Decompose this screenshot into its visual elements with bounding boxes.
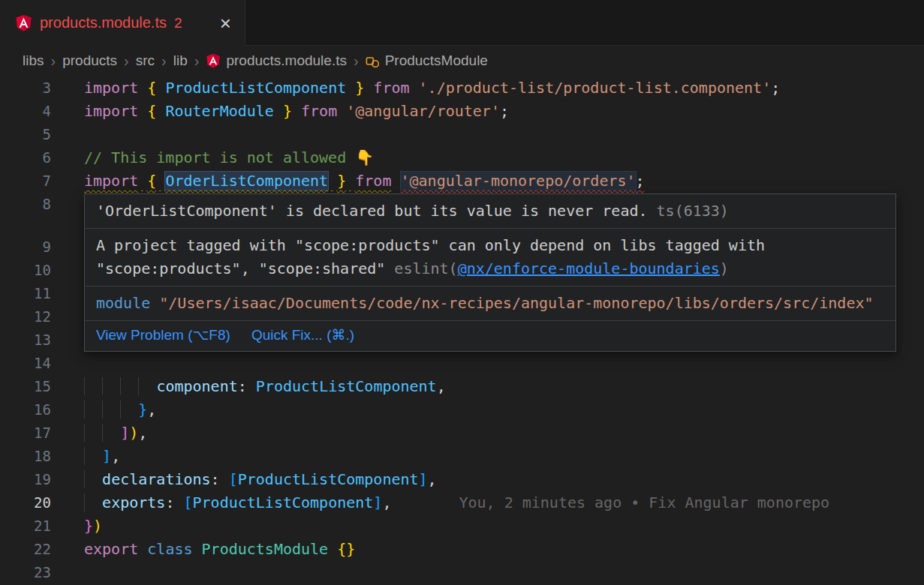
token: from [355,172,391,190]
code-line-20[interactable]: 20 exports: [ProductListComponent],You, … [0,491,924,514]
token: ProductListComponent [238,470,419,488]
popup-eslint-message: A project tagged with "scope:products" c… [85,229,895,286]
code-line-4[interactable]: 4import { RouterModule } from '@angular/… [0,100,924,123]
token: ] [102,447,111,465]
breadcrumb-separator-icon: › [124,52,129,70]
breadcrumb-item-src[interactable]: src [136,52,155,69]
tab-title: products.module.ts [40,14,167,32]
token [102,377,120,395]
token [274,102,283,120]
breadcrumb-item-libs[interactable]: libs [23,52,44,69]
popup-actions: View Problem (⌥F8) Quick Fix... (⌘.) [85,321,895,351]
token: class [147,540,192,558]
line-number: 9 [0,236,51,259]
token [84,470,102,488]
line-number: 5 [0,123,51,146]
token [391,172,400,190]
token: , [138,424,147,442]
line-content: declarations: [ProductListComponent], [84,468,437,491]
code-line-23[interactable]: 23 [0,561,924,584]
tab-close-icon[interactable]: × [220,16,231,31]
code-line-19[interactable]: 19 declarations: [ProductListComponent], [0,468,924,491]
code-line-18[interactable]: 18 ], [0,445,924,468]
token: ProductListComponent [256,377,437,395]
code-line-15[interactable]: 15 component: ProductListComponent, [0,375,924,398]
breadcrumb-item-products[interactable]: products [62,52,117,69]
token: ; [771,79,780,97]
line-content: }, [84,398,156,422]
line-number: 21 [0,514,51,538]
token: } [337,172,346,190]
code-line-5[interactable]: 5 [0,123,924,146]
token: import [84,79,138,97]
code-line-3[interactable]: 3import { ProductListComponent } from '.… [0,76,924,100]
line-number: 18 [0,445,51,468]
token: '@angular-monorepo/orders' [401,172,636,190]
token: } [355,79,364,97]
line-content: export class ProductsModule {} [84,538,355,561]
token [346,172,355,190]
code-line-17[interactable]: 17 ]), [0,422,924,445]
git-blame-annotation: You, 2 minutes ago • Fix Angular monorep… [459,494,829,512]
token [84,494,102,512]
code-line-22[interactable]: 22export class ProductsModule {} [0,538,924,561]
token [328,172,337,190]
tab-products-module[interactable]: products.module.ts 2 × [0,0,245,46]
line-number: 3 [0,76,51,100]
popup-ts-message: 'OrderListComponent' is declared but its… [85,194,895,229]
token: ; [636,172,645,190]
token: [ [183,494,192,512]
token: component [156,377,237,395]
tab-error-count: 2 [174,15,182,32]
line-number: 17 [0,422,51,445]
view-problem-link[interactable]: View Problem (⌥F8) [96,325,230,346]
tab-bar: products.module.ts 2 × [0,0,924,46]
token [120,400,138,418]
token [156,79,165,97]
line-content: ], [84,445,120,468]
token [84,377,102,395]
line-number: 11 [0,282,51,305]
token: export [84,540,138,558]
quick-fix-link[interactable]: Quick Fix... (⌘.) [251,325,354,346]
line-number: 16 [0,398,51,422]
token: , [437,377,446,395]
code-line-21[interactable]: 21}) [0,514,924,538]
token [84,447,102,465]
code-line-7[interactable]: 7import { OrderListComponent } from '@an… [0,170,924,193]
ts-diagnostic-text: 'OrderListComponent' is declared but its… [96,202,648,220]
breadcrumb-separator-icon: › [354,52,359,70]
code-line-16[interactable]: 16 }, [0,398,924,422]
line-number: 20 [0,491,51,514]
token: , [111,447,120,465]
token [84,424,102,442]
token [247,377,256,395]
breadcrumb-label: src [136,52,155,69]
token: , [147,400,156,418]
token [346,79,355,97]
token: ] [419,470,428,488]
breadcrumb-label: products.module.ts [226,52,347,69]
token: ] [120,424,129,442]
token: , [428,470,437,488]
token [193,540,202,558]
token: exports [102,494,165,512]
code-line-6[interactable]: 6// This import is not allowed 👇 [0,146,924,170]
breadcrumb-item-products-module-ts[interactable]: products.module.ts [206,52,347,69]
token: { [147,172,156,190]
eslint-rule-link[interactable]: @nx/enforce-module-boundaries [458,260,720,278]
token [120,377,138,395]
breadcrumb-item-lib[interactable]: lib [173,52,188,69]
breadcrumb: libs›products›src›lib›products.module.ts… [0,46,924,76]
editor[interactable]: 3import { ProductListComponent } from '.… [0,76,924,585]
code-line-14[interactable]: 14 [0,352,924,375]
line-number: 4 [0,100,51,123]
breadcrumb-item-productsmodule[interactable]: ProductsModule [366,52,488,69]
token: OrderListComponent [165,172,328,190]
line-number: 19 [0,468,51,491]
line-content: exports: [ProductListComponent],You, 2 m… [84,491,829,514]
token: ProductsModule [202,540,329,558]
token: [ [229,470,238,488]
module-path: "/Users/isaac/Documents/code/nx-recipes/… [150,294,873,312]
line-number: 15 [0,375,51,398]
